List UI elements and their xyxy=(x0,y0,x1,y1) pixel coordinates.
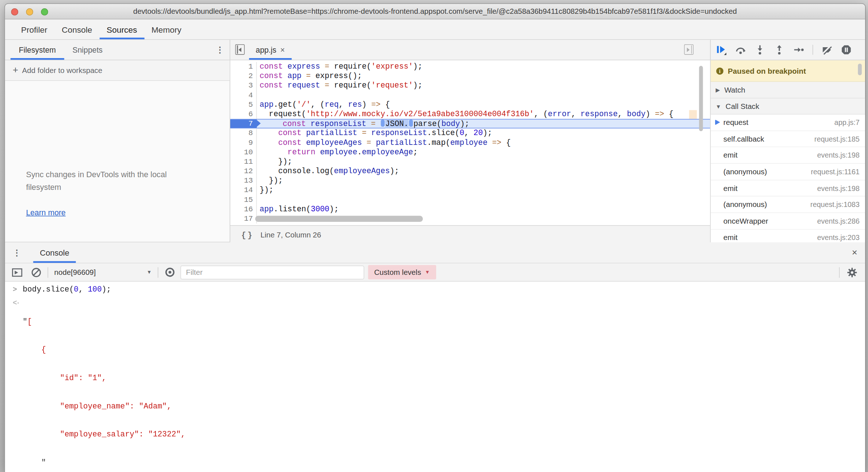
pause-on-exceptions-button[interactable] xyxy=(841,44,852,55)
console-toolbar: node[96609] ▼ Custom levels ▼ xyxy=(5,263,865,281)
code-text[interactable]: }); xyxy=(257,157,292,167)
line-number[interactable]: 11 xyxy=(230,157,257,167)
code-text[interactable] xyxy=(257,195,260,204)
minimize-window-button[interactable] xyxy=(26,8,33,16)
code-text[interactable]: const partialList = responseList.slice(0… xyxy=(257,129,492,138)
code-text[interactable]: const request = require('request'); xyxy=(257,81,422,90)
line-number[interactable]: 3 xyxy=(230,81,257,90)
call-stack-frame[interactable]: request app.js:7 xyxy=(711,114,865,131)
tab-profiler[interactable]: Profiler xyxy=(14,19,54,39)
close-drawer-icon[interactable]: × xyxy=(852,243,857,263)
line-number[interactable]: 6 xyxy=(230,110,257,119)
console-filter-input[interactable] xyxy=(181,265,364,279)
frame-location[interactable]: request.js:1161 xyxy=(811,168,860,176)
command-text: body.slice(0, 100); xyxy=(23,285,111,294)
editor-vertical-scrollbar[interactable] xyxy=(699,66,703,131)
code-text[interactable]: app.get('/', (req, res) => { xyxy=(257,100,390,109)
code-text[interactable]: const app = express(); xyxy=(257,72,362,81)
sync-message: Sync changes in DevTools with the local … xyxy=(26,168,192,194)
call-stack-frame[interactable]: emit events.js:198 xyxy=(711,147,865,164)
console-command[interactable]: > body.slice(0, 100); xyxy=(5,285,865,294)
call-stack-frame[interactable]: (anonymous) request.js:1161 xyxy=(711,164,865,180)
frame-location[interactable]: request.js:185 xyxy=(814,135,859,143)
line-number[interactable]: 5 xyxy=(230,100,257,109)
step-out-button[interactable] xyxy=(774,44,785,55)
code-line: 15 xyxy=(230,195,710,204)
line-number[interactable]: 17 xyxy=(230,214,257,224)
frame-location[interactable]: app.js:7 xyxy=(834,118,859,127)
frame-location[interactable]: request.js:1083 xyxy=(810,200,859,209)
code-area[interactable]: 1const express = require('express'); 2co… xyxy=(230,60,710,225)
code-text[interactable] xyxy=(257,90,260,100)
step-into-button[interactable] xyxy=(754,44,765,55)
line-number[interactable]: 4 xyxy=(230,90,257,100)
clear-console-button[interactable] xyxy=(31,267,41,278)
navigator-more-options-icon[interactable]: ⋮ xyxy=(216,40,224,60)
call-stack-frame[interactable]: self.callback request.js:185 xyxy=(711,131,865,147)
line-number[interactable]: 8 xyxy=(230,129,257,138)
execution-context-selector[interactable]: node[96609] ▼ xyxy=(54,268,151,276)
zoom-window-button[interactable] xyxy=(41,8,48,16)
frame-location[interactable]: events.js:203 xyxy=(817,233,860,242)
navigator-tab-bar: Filesystem Snippets ⋮ xyxy=(5,40,230,60)
console-drawer-tab[interactable]: Console xyxy=(33,243,76,263)
line-number[interactable]: 9 xyxy=(230,138,257,147)
line-number[interactable]: 10 xyxy=(230,147,257,157)
live-expression-button[interactable] xyxy=(165,267,175,278)
code-text[interactable]: }); xyxy=(257,186,273,195)
resume-script-button[interactable] xyxy=(716,44,727,55)
learn-more-link[interactable]: Learn more xyxy=(26,208,66,217)
tab-filesystem[interactable]: Filesystem xyxy=(11,40,64,60)
line-number[interactable]: 15 xyxy=(230,195,257,204)
code-text[interactable]: const employeeAges = partialList.map(emp… xyxy=(257,138,511,147)
tab-memory[interactable]: Memory xyxy=(144,19,188,39)
pause-on-exceptions-icon xyxy=(841,44,852,55)
show-console-sidebar-button[interactable] xyxy=(12,267,23,278)
call-stack-frame[interactable]: (anonymous) request.js:1083 xyxy=(711,197,865,213)
console-result[interactable]: <· "[ { "id": "1", "employee_name": "Ada… xyxy=(5,298,865,472)
add-folder-button[interactable]: + Add folder to workspace xyxy=(5,60,230,81)
code-text[interactable]: }); xyxy=(257,176,283,186)
file-tab-appjs[interactable]: app.js × xyxy=(249,40,292,60)
code-text[interactable]: app.listen(3000); xyxy=(257,205,338,214)
tab-console[interactable]: Console xyxy=(54,19,100,39)
line-number[interactable]: 14 xyxy=(230,186,257,195)
pretty-print-icon[interactable]: { } xyxy=(241,231,252,239)
panel-scrollbar[interactable] xyxy=(858,64,862,75)
console-settings-button[interactable] xyxy=(846,267,857,278)
line-number[interactable]: 1 xyxy=(230,62,257,72)
hide-navigator-icon[interactable] xyxy=(235,44,245,55)
drawer-more-options-icon[interactable]: ⋮ xyxy=(13,243,20,263)
line-number[interactable]: 13 xyxy=(230,176,257,186)
call-stack-frame[interactable]: onceWrapper events.js:286 xyxy=(711,213,865,229)
deactivate-breakpoints-button[interactable] xyxy=(822,44,832,55)
call-stack-section-header[interactable]: ▼ Call Stack xyxy=(711,98,865,114)
code-line: 3const request = require('request'); xyxy=(230,81,710,90)
tab-sources[interactable]: Sources xyxy=(100,19,144,39)
frame-location[interactable]: events.js:198 xyxy=(817,184,860,192)
code-text[interactable]: return employee.employeeAge; xyxy=(257,147,418,157)
call-stack-frame[interactable]: emit events.js:198 xyxy=(711,180,865,196)
step-button[interactable] xyxy=(793,44,804,55)
code-text[interactable]: request('http://www.mocky.io/v2/5e1a9abe… xyxy=(257,110,673,119)
show-right-pane-icon[interactable] xyxy=(684,44,694,55)
line-number[interactable]: 12 xyxy=(230,167,257,176)
line-number[interactable]: 2 xyxy=(230,72,257,81)
code-text[interactable]: console.log(employeeAges); xyxy=(257,167,399,176)
step-over-button[interactable] xyxy=(735,44,746,55)
paused-line-number[interactable]: 7 xyxy=(230,119,257,128)
close-file-icon[interactable]: × xyxy=(280,45,285,54)
custom-levels-dropdown[interactable]: Custom levels ▼ xyxy=(368,265,436,280)
code-text[interactable]: const responseList = JSON.parse(body); xyxy=(257,119,469,128)
close-window-button[interactable] xyxy=(11,8,18,16)
console-messages[interactable]: > body.slice(0, 100); <· "[ { "id": "1",… xyxy=(5,282,865,472)
watch-section-header[interactable]: ▶ Watch xyxy=(711,82,865,99)
frame-location[interactable]: events.js:286 xyxy=(817,217,860,225)
code-line-paused[interactable]: 7 const responseList = JSON.parse(body); xyxy=(230,119,710,129)
code-text[interactable]: const express = require('express'); xyxy=(257,62,422,72)
line-number[interactable]: 16 xyxy=(230,205,257,214)
frame-location[interactable]: events.js:198 xyxy=(817,151,860,159)
tab-snippets[interactable]: Snippets xyxy=(64,40,111,60)
main-tab-bar: Profiler Console Sources Memory xyxy=(5,19,865,40)
editor-horizontal-scrollbar[interactable] xyxy=(255,216,423,222)
